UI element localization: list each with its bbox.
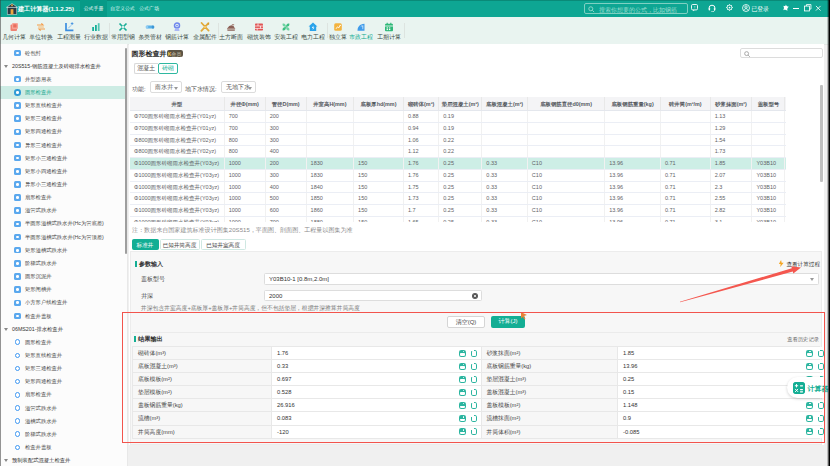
svg-text:!: ! xyxy=(694,5,695,10)
